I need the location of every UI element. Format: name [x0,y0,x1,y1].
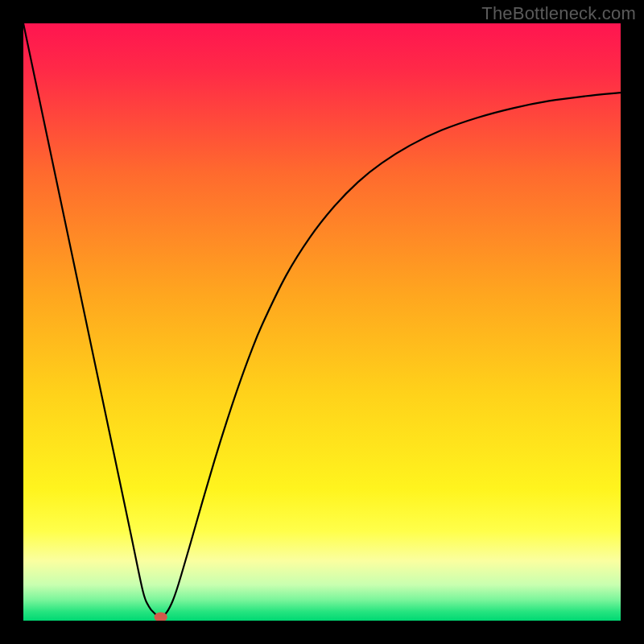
plot-area [23,23,621,621]
chart-frame: TheBottleneck.com [0,0,644,644]
watermark-text: TheBottleneck.com [481,3,636,24]
bottleneck-chart [23,23,621,621]
gradient-background [23,23,621,621]
